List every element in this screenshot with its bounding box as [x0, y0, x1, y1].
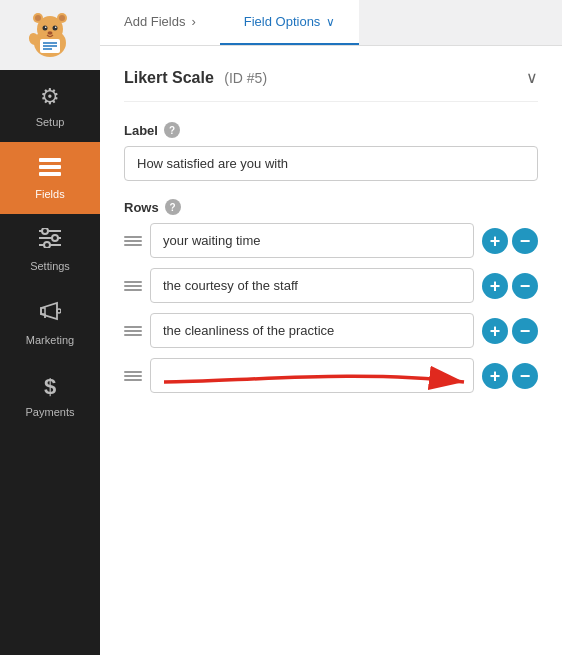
main-panel: Add Fields › Field Options ∨ Likert Scal…: [100, 0, 562, 655]
row-remove-button-3[interactable]: −: [512, 318, 538, 344]
row-add-button-4[interactable]: +: [482, 363, 508, 389]
fields-icon: [39, 156, 61, 182]
label-field-label: Label ?: [124, 122, 538, 138]
chevron-down-icon: ∨: [326, 15, 335, 29]
row-actions-4: + −: [482, 363, 538, 389]
row-add-button-2[interactable]: +: [482, 273, 508, 299]
label-text: Label: [124, 123, 158, 138]
sidebar-label-setup: Setup: [36, 116, 65, 128]
row-item-1: + −: [124, 223, 538, 258]
row-input-2[interactable]: [150, 268, 474, 303]
rows-help-icon[interactable]: ?: [165, 199, 181, 215]
rows-label-text: Rows: [124, 200, 159, 215]
row-remove-button-1[interactable]: −: [512, 228, 538, 254]
sidebar-label-marketing: Marketing: [26, 334, 74, 346]
sidebar-label-fields: Fields: [35, 188, 64, 200]
svg-point-10: [48, 31, 53, 35]
sidebar-label-payments: Payments: [26, 406, 75, 418]
sidebar-item-marketing[interactable]: Marketing: [0, 286, 100, 360]
svg-point-8: [45, 27, 47, 29]
svg-point-6: [43, 26, 48, 31]
content-area: Likert Scale (ID #5) ∨ Label ? Rows ?: [100, 46, 562, 655]
sidebar-item-settings[interactable]: Settings: [0, 214, 100, 286]
svg-point-22: [42, 228, 48, 234]
sidebar: ⚙ Setup Fields Settings: [0, 0, 100, 655]
row-remove-button-2[interactable]: −: [512, 273, 538, 299]
svg-point-9: [55, 27, 57, 29]
tab-add-fields-chevron: ›: [191, 14, 195, 29]
svg-point-24: [44, 242, 50, 248]
svg-rect-16: [39, 158, 61, 162]
setup-icon: ⚙: [40, 84, 60, 110]
field-header: Likert Scale (ID #5) ∨: [124, 68, 538, 102]
sidebar-item-setup[interactable]: ⚙ Setup: [0, 70, 100, 142]
svg-point-5: [59, 15, 65, 21]
row-add-button-3[interactable]: +: [482, 318, 508, 344]
row-input-3[interactable]: [150, 313, 474, 348]
logo-area: [0, 0, 100, 70]
svg-point-23: [52, 235, 58, 241]
label-group: Label ?: [124, 122, 538, 181]
svg-point-27: [57, 309, 61, 313]
row-item-2: + −: [124, 268, 538, 303]
label-help-icon[interactable]: ?: [164, 122, 180, 138]
row-remove-button-4[interactable]: −: [512, 363, 538, 389]
drag-handle-1[interactable]: [124, 236, 142, 246]
field-id: (ID #5): [224, 70, 267, 86]
row-item-4: + −: [124, 358, 538, 393]
svg-rect-25: [41, 308, 45, 314]
drag-handle-3[interactable]: [124, 326, 142, 336]
tab-add-fields[interactable]: Add Fields ›: [100, 0, 220, 45]
label-input[interactable]: [124, 146, 538, 181]
rows-label: Rows ?: [124, 199, 538, 215]
tab-field-options[interactable]: Field Options ∨: [220, 0, 360, 45]
tab-field-options-label: Field Options: [244, 14, 321, 29]
svg-point-4: [35, 15, 41, 21]
marketing-icon: [39, 300, 61, 328]
tabs-bar: Add Fields › Field Options ∨: [100, 0, 562, 46]
row-actions-1: + −: [482, 228, 538, 254]
sidebar-item-fields[interactable]: Fields: [0, 142, 100, 214]
field-title: Likert Scale (ID #5): [124, 69, 267, 87]
row-add-button-1[interactable]: +: [482, 228, 508, 254]
payments-icon: $: [44, 374, 56, 400]
logo-icon: [24, 9, 76, 61]
row-actions-3: + −: [482, 318, 538, 344]
tab-add-fields-label: Add Fields: [124, 14, 185, 29]
sidebar-item-payments[interactable]: $ Payments: [0, 360, 100, 432]
row-item-3: + −: [124, 313, 538, 348]
rows-section: Rows ? + −: [124, 199, 538, 393]
svg-rect-17: [39, 165, 61, 169]
row-actions-2: + −: [482, 273, 538, 299]
sidebar-label-settings: Settings: [30, 260, 70, 272]
drag-handle-4[interactable]: [124, 371, 142, 381]
svg-rect-18: [39, 172, 61, 176]
settings-icon: [39, 228, 61, 254]
drag-handle-2[interactable]: [124, 281, 142, 291]
row-input-4[interactable]: [150, 358, 474, 393]
row-input-1[interactable]: [150, 223, 474, 258]
field-collapse-icon[interactable]: ∨: [526, 68, 538, 87]
field-name: Likert Scale: [124, 69, 214, 86]
svg-point-7: [53, 26, 58, 31]
